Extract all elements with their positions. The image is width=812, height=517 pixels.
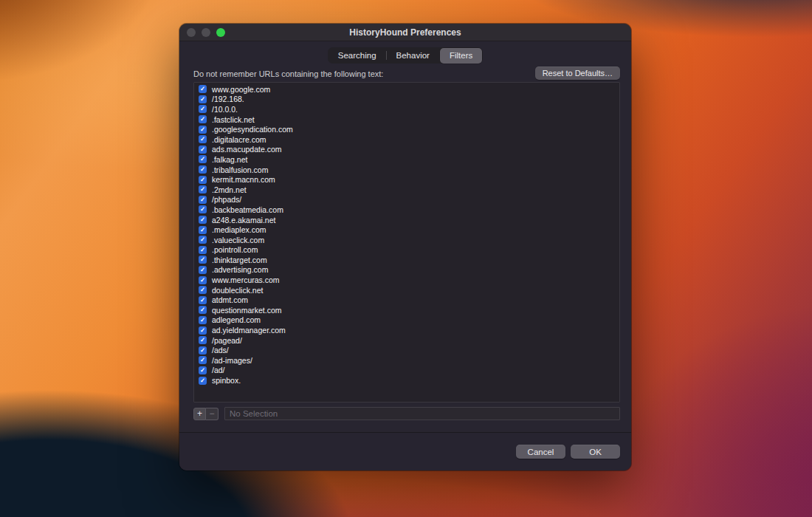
filter-checkbox[interactable]: ✓ [199,377,207,385]
window-titlebar[interactable]: HistoryHound Preferences [179,24,631,41]
filter-checkbox[interactable]: ✓ [199,226,207,234]
tab-bar: Searching Behavior Filters [179,47,631,64]
filter-label: .googlesyndication.com [212,125,293,134]
filter-checkbox[interactable]: ✓ [199,126,207,134]
traffic-lights [187,28,225,37]
filter-row[interactable]: ✓.thinktarget.com [194,255,619,265]
tab-searching[interactable]: Searching [328,48,386,64]
filter-checkbox[interactable]: ✓ [199,356,207,364]
filter-label: /ads/ [212,346,229,355]
filter-label: kermit.macnn.com [212,175,275,184]
filter-row[interactable]: ✓doubleclick.net [194,285,619,295]
filter-checkbox[interactable]: ✓ [199,286,207,294]
filter-row[interactable]: ✓.backbeatmedia.com [194,205,619,215]
filter-list[interactable]: ✓www.google.com✓/192.168.✓/10.0.0.✓.fast… [193,82,620,403]
filter-checkbox[interactable]: ✓ [199,326,207,335]
filters-header: Do not remember URLs containing the foll… [193,66,620,80]
filter-checkbox[interactable]: ✓ [199,296,207,304]
selection-field[interactable] [224,407,620,420]
window-zoom-button[interactable] [216,28,225,37]
filter-checkbox[interactable]: ✓ [199,276,207,284]
filter-row[interactable]: ✓www.mercuras.com [194,275,619,285]
filter-checkbox[interactable]: ✓ [199,155,207,163]
filter-label: spinbox. [212,376,241,385]
footer-bar: Cancel OK [179,432,631,470]
filter-row[interactable]: ✓.digitalacre.com [194,134,619,145]
filter-row[interactable]: ✓/192.168. [194,95,619,105]
filter-label: adlegend.com [212,315,261,324]
filter-row[interactable]: ✓ads.macupdate.com [194,145,619,155]
filter-row[interactable]: ✓questionmarket.com [194,305,619,315]
filter-label: /ad/ [212,366,225,374]
filter-label: .tribalfusion.com [212,165,268,174]
filter-checkbox[interactable]: ✓ [199,135,207,143]
filter-row[interactable]: ✓ad.yieldmanager.com [194,325,619,335]
filter-label: ad.yieldmanager.com [212,326,286,335]
filter-checkbox[interactable]: ✓ [199,336,207,344]
filters-description-label: Do not remember URLs containing the foll… [193,69,383,80]
filter-label: .digitalacre.com [212,135,266,144]
filter-checkbox[interactable]: ✓ [199,246,207,254]
filter-checkbox[interactable]: ✓ [199,85,207,93]
filter-checkbox[interactable]: ✓ [199,346,207,355]
filter-label: .falkag.net [212,155,247,164]
filter-checkbox[interactable]: ✓ [199,145,207,154]
filter-label: /10.0.0. [212,105,238,114]
filter-row[interactable]: ✓/phpads/ [194,195,619,205]
filter-row[interactable]: ✓/ad/ [194,366,619,376]
filter-checkbox[interactable]: ✓ [199,165,207,174]
filter-checkbox[interactable]: ✓ [199,316,207,324]
filter-row[interactable]: ✓/10.0.0. [194,104,619,114]
filter-row[interactable]: ✓/ad-images/ [194,355,619,366]
filter-row[interactable]: ✓.falkag.net [194,154,619,165]
filter-row[interactable]: ✓.2mdn.net [194,185,619,195]
window-minimize-button[interactable] [202,28,210,37]
filter-label: www.google.com [212,85,270,94]
filter-checkbox[interactable]: ✓ [199,176,207,184]
filter-row[interactable]: ✓.fastclick.net [194,114,619,125]
filter-row[interactable]: ✓kermit.macnn.com [194,174,619,185]
filter-checkbox[interactable]: ✓ [199,236,207,244]
window-title: HistoryHound Preferences [349,27,461,38]
filter-row[interactable]: ✓.valueclick.com [194,235,619,245]
filter-row[interactable]: ✓.tribalfusion.com [194,165,619,175]
filter-checkbox[interactable]: ✓ [199,266,207,274]
reset-to-defaults-button[interactable]: Reset to Defaults… [535,66,620,80]
tab-segmented-control: Searching Behavior Filters [328,47,484,64]
window-close-button[interactable] [187,28,196,37]
filter-row[interactable]: ✓atdmt.com [194,295,619,305]
filter-row[interactable]: ✓.mediaplex.com [194,225,619,235]
filter-label: .backbeatmedia.com [212,205,283,214]
add-filter-button[interactable]: + [193,408,206,420]
filter-row[interactable]: ✓www.google.com [194,84,619,95]
filter-checkbox[interactable]: ✓ [199,256,207,264]
filter-checkbox[interactable]: ✓ [199,196,207,204]
filter-row[interactable]: ✓adlegend.com [194,315,619,326]
filter-row[interactable]: ✓spinbox. [194,375,619,386]
filter-row[interactable]: ✓.googlesyndication.com [194,124,619,134]
list-controls: + − [193,407,620,420]
filter-checkbox[interactable]: ✓ [199,306,207,314]
filter-row[interactable]: ✓/ads/ [194,345,619,355]
filter-row[interactable]: ✓a248.e.akamai.net [194,215,619,225]
ok-button[interactable]: OK [571,445,620,459]
filter-checkbox[interactable]: ✓ [199,205,207,213]
filter-label: .pointroll.com [212,245,258,254]
filter-row[interactable]: ✓.pointroll.com [194,245,619,256]
filter-checkbox[interactable]: ✓ [199,95,207,103]
filter-checkbox[interactable]: ✓ [199,366,207,374]
filter-label: questionmarket.com [212,306,282,315]
remove-filter-button[interactable]: − [206,408,219,420]
filter-row[interactable]: ✓/pagead/ [194,335,619,346]
filter-label: /ad-images/ [212,356,252,365]
filter-label: .advertising.com [212,265,268,274]
filter-checkbox[interactable]: ✓ [199,105,207,113]
filter-checkbox[interactable]: ✓ [199,216,207,224]
preferences-window: HistoryHound Preferences Searching Behav… [179,24,631,470]
filter-checkbox[interactable]: ✓ [199,115,207,123]
filter-checkbox[interactable]: ✓ [199,185,207,194]
filter-row[interactable]: ✓.advertising.com [194,265,619,275]
tab-filters[interactable]: Filters [440,48,482,64]
cancel-button[interactable]: Cancel [516,445,565,459]
tab-behavior[interactable]: Behavior [387,48,439,64]
